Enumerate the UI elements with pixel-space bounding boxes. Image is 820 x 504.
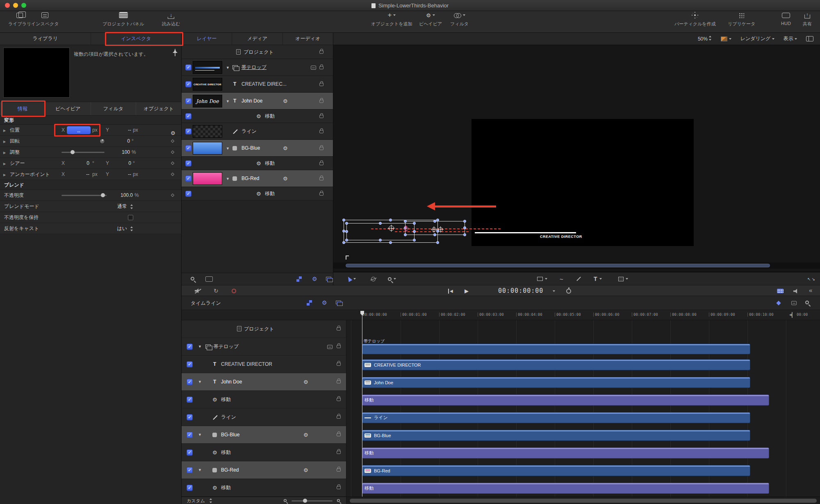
timeline-bar-behavior-move[interactable]: 移動 <box>362 447 769 458</box>
timeline-ruler[interactable]: 00:00:00:00 00:00:01:00 00:00:02:00 00:0… <box>182 310 820 320</box>
lock-icon[interactable] <box>337 433 341 436</box>
disclosure-icon[interactable] <box>226 146 230 151</box>
canvas-mini-timeline[interactable] <box>333 254 820 262</box>
opacity-field[interactable]: 100.0 <box>107 190 133 201</box>
visibility-checkbox[interactable] <box>185 64 191 71</box>
lock-icon[interactable] <box>319 115 323 118</box>
pin-icon[interactable] <box>172 48 178 57</box>
scale-field[interactable]: 100 <box>107 147 130 158</box>
shear-x-field[interactable]: 0 <box>67 158 89 169</box>
zoom-preset-dropdown[interactable]: カスタム <box>187 497 205 504</box>
selection-handle[interactable] <box>389 241 392 244</box>
subtab-info[interactable]: 情報 <box>0 102 46 115</box>
mute-button[interactable] <box>195 288 201 294</box>
selection-handle[interactable] <box>463 220 466 223</box>
canvas-horizontal-scrollbar[interactable] <box>333 262 820 269</box>
visibility-checkbox[interactable] <box>185 128 191 135</box>
lock-icon[interactable] <box>337 345 341 348</box>
adjust-tool[interactable] <box>371 272 376 285</box>
visibility-checkbox[interactable] <box>185 145 191 151</box>
curve-tool[interactable]: ~ <box>560 272 563 285</box>
toolbar-project-panel-button[interactable]: プロジェクトパネル <box>102 11 144 27</box>
disclosure-icon[interactable] <box>226 99 230 103</box>
checkerboard-toggle-icon[interactable] <box>296 276 302 282</box>
toolbar-make-particles-button[interactable]: パーティクルを作成 <box>674 11 716 27</box>
lock-icon[interactable] <box>319 100 323 103</box>
toolbar-inspector-button[interactable]: インスペクタ <box>31 11 59 27</box>
lock-icon[interactable] <box>319 83 323 86</box>
disclosure-icon[interactable] <box>198 380 202 384</box>
zoom-out-icon[interactable] <box>284 499 287 502</box>
track-header-behavior-move[interactable]: 移動 <box>182 391 346 408</box>
timeline-bar-line[interactable]: ライン <box>362 412 750 423</box>
timecode-display[interactable]: 00:00:00:00 <box>498 287 547 294</box>
track-header-project[interactable]: プロジェクト <box>182 320 346 338</box>
toolbar-behaviors-button[interactable]: ビヘイビア <box>419 11 442 27</box>
layer-row-bg-blue[interactable]: BG-Blue <box>182 140 333 157</box>
stepper-icon[interactable] <box>130 204 133 209</box>
tab-audio[interactable]: オーディオ <box>283 33 333 45</box>
track-header-line[interactable]: ライン <box>182 408 346 426</box>
selection-handle[interactable] <box>389 219 392 221</box>
toolbar-hud-button[interactable]: HUD <box>781 11 791 26</box>
lock-icon[interactable] <box>319 162 323 165</box>
selection-handle[interactable] <box>345 230 348 233</box>
shear-y-field[interactable]: 0 <box>111 158 131 169</box>
checkerboard-toggle-icon[interactable] <box>307 300 312 306</box>
layer-row-behavior-move[interactable]: 移動 <box>182 157 333 170</box>
render-dropdown[interactable]: レンダリング <box>740 35 774 42</box>
toolbar-share-button[interactable]: ↑ 共有 <box>803 11 812 27</box>
stopwatch-icon[interactable] <box>566 289 571 294</box>
selection-handle[interactable] <box>404 220 407 223</box>
lock-icon[interactable] <box>319 177 323 180</box>
anchor-point-crosshair[interactable] <box>438 227 443 232</box>
anchor-x-field[interactable]: -- <box>67 169 89 180</box>
zoom-timeline-icon[interactable] <box>805 301 809 304</box>
disclosure-icon[interactable] <box>198 433 202 437</box>
visibility-checkbox[interactable] <box>187 485 193 491</box>
lock-icon[interactable] <box>337 363 341 366</box>
behavior-badge-icon[interactable] <box>303 432 308 438</box>
loop-button[interactable]: ↻ <box>214 288 219 294</box>
selection-handle[interactable] <box>413 239 416 242</box>
record-button[interactable] <box>232 289 236 293</box>
layer-row-creative-director[interactable]: CREATIVE DIRECTOR CREATIVE DIREC... <box>182 76 333 93</box>
timeline-tracks-area[interactable]: 帯テロップ CREATIVE DIRECTOR John Doe 移動 <box>346 320 820 497</box>
track-header-behavior-move[interactable]: 移動 <box>182 479 346 497</box>
track-header-bg-blue[interactable]: BG-Blue <box>182 426 346 444</box>
selection-handle[interactable] <box>345 222 348 225</box>
visibility-checkbox[interactable] <box>185 191 191 197</box>
visibility-checkbox[interactable] <box>185 176 191 182</box>
lock-icon[interactable] <box>337 486 341 489</box>
selection-handle[interactable] <box>342 241 345 244</box>
track-header-creative-director[interactable]: CREATIVE DIRECTOR <box>182 356 346 373</box>
layers-filter-icon[interactable] <box>336 301 341 304</box>
select-tool[interactable] <box>347 272 356 285</box>
keyframe-icon[interactable] <box>171 139 174 143</box>
visibility-checkbox[interactable] <box>187 449 193 456</box>
timeline-bar-behavior-move[interactable]: 移動 <box>362 483 769 494</box>
scrollbar-thumb[interactable] <box>346 264 770 267</box>
color-swatch-dropdown[interactable] <box>721 36 731 42</box>
blend-mode-dropdown[interactable]: 通常 <box>96 201 127 212</box>
lock-icon[interactable] <box>337 451 341 454</box>
lock-icon[interactable] <box>319 50 323 54</box>
position-x-field[interactable]: -- <box>67 126 91 134</box>
track-header-behavior-move[interactable]: 移動 <box>182 444 346 461</box>
visibility-checkbox[interactable] <box>185 81 191 87</box>
view-dropdown[interactable]: 表示 <box>784 35 797 42</box>
go-to-start-button[interactable]: ◀ <box>448 289 453 294</box>
frame-tool[interactable] <box>618 272 628 285</box>
visibility-checkbox[interactable] <box>185 113 191 119</box>
visibility-checkbox[interactable] <box>185 98 191 104</box>
layer-row-bg-red[interactable]: BG-Red <box>182 170 333 187</box>
behavior-badge-icon[interactable] <box>303 468 308 473</box>
behaviors-filter-icon[interactable] <box>322 300 327 306</box>
selection-handle[interactable] <box>345 239 348 242</box>
lock-icon[interactable] <box>337 398 341 401</box>
anchor-y-field[interactable]: -- <box>111 169 131 180</box>
expand-canvas-button[interactable]: ↖↘ <box>807 272 815 285</box>
behavior-badge-icon[interactable] <box>283 176 288 181</box>
disclosure-icon[interactable] <box>3 173 6 177</box>
window-layout-icon[interactable] <box>806 36 813 41</box>
